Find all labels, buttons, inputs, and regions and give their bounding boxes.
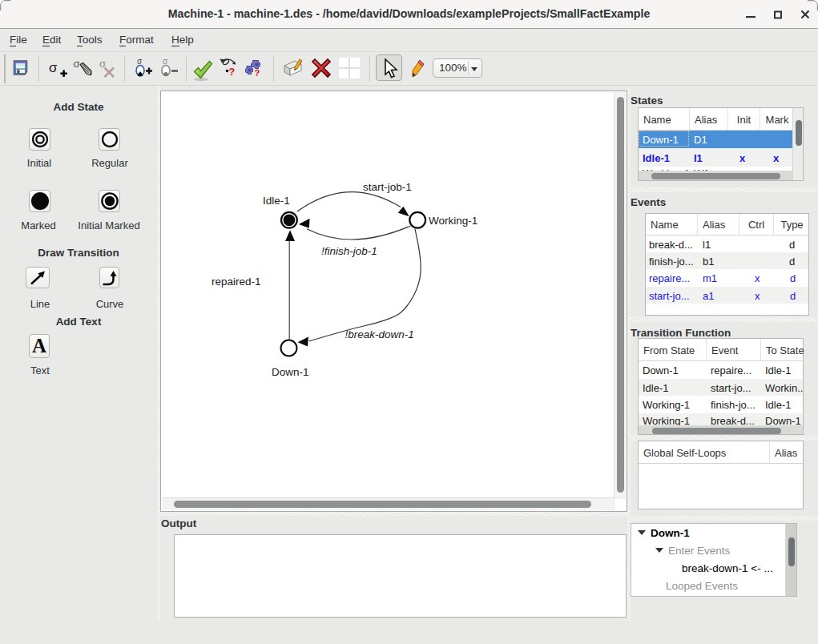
svg-text:Down-1: Down-1 <box>272 366 309 378</box>
svg-text:!finish-job-1: !finish-job-1 <box>321 245 377 257</box>
svg-text:repaired-1: repaired-1 <box>212 276 261 288</box>
svg-text:!break-down-1: !break-down-1 <box>345 328 414 340</box>
svg-text:Working-1: Working-1 <box>429 215 478 227</box>
svg-text:start-job-1: start-job-1 <box>363 181 412 193</box>
svg-text:σ: σ <box>137 57 143 66</box>
svg-text:σ: σ <box>163 57 168 66</box>
svg-text:σ: σ <box>74 58 80 70</box>
svg-text:?: ? <box>229 66 236 78</box>
svg-text:σ: σ <box>49 60 58 75</box>
svg-text:?: ? <box>255 68 260 78</box>
svg-text:A: A <box>32 336 46 356</box>
svg-text:Idle-1: Idle-1 <box>263 195 290 207</box>
